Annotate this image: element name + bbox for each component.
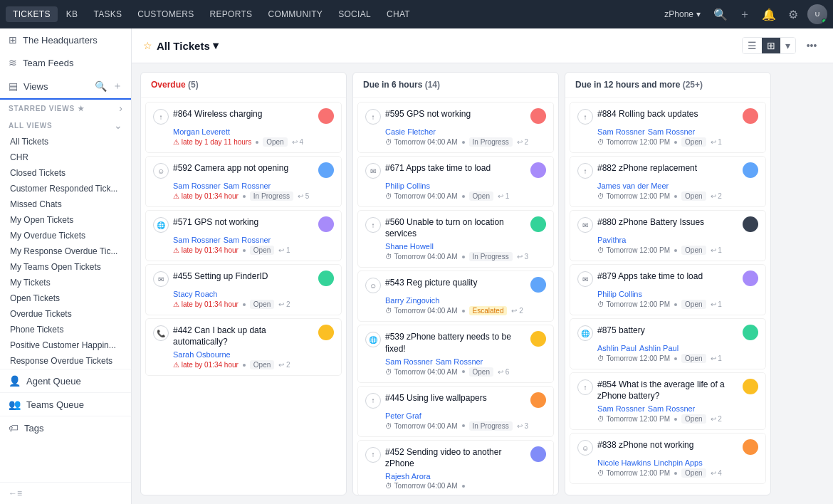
ticket-card-top: ↑ #882 zPhone replacement — [577, 162, 758, 179]
view-toggle-chevron[interactable]: ▾ — [780, 38, 795, 53]
agent-name[interactable]: Morgan Leverett — [173, 127, 230, 136]
search-icon[interactable]: 🔍 — [711, 4, 730, 24]
sidebar-view-link[interactable]: Overdue Tickets — [0, 306, 131, 322]
starred-views-chevron[interactable]: › — [119, 103, 122, 114]
favorite-star-icon[interactable]: ☆ — [143, 40, 152, 51]
agent-name[interactable]: Sam Rossner — [648, 404, 696, 413]
ticket-card[interactable]: ↑ #445 Using live wallpapers Peter Graf … — [357, 386, 554, 437]
sidebar-view-link[interactable]: Customer Responded Tick... — [0, 181, 131, 196]
all-views-toggle[interactable]: ⌄ — [114, 120, 122, 131]
sidebar-view-link[interactable]: My Overdue Tickets — [0, 228, 131, 243]
views-search-icon[interactable]: 🔍 — [95, 80, 107, 92]
sidebar-view-link[interactable]: Positive Customer Happin... — [0, 337, 131, 353]
sidebar-view-link[interactable]: My Open Tickets — [0, 212, 131, 228]
ticket-card[interactable]: ✉ #880 zPhone Battery Issues Pavithra ⏱ … — [570, 210, 766, 261]
agent-name[interactable]: Ashlin Paul — [597, 344, 636, 352]
agent-name[interactable]: Peter Graf — [385, 411, 421, 420]
agent-name[interactable]: Rajesh Arora — [385, 472, 431, 481]
agent-name[interactable]: Philip Collins — [385, 182, 430, 190]
add-icon[interactable]: ＋ — [735, 4, 755, 24]
ticket-card[interactable]: ↑ #560 Unable to turn on location servic… — [357, 210, 554, 268]
ticket-card[interactable]: ☺ #838 zPhone not working Nicole Hawkins… — [570, 433, 766, 484]
ticket-meta: ⏱ Tomorrow 12:00 PMOpen↩ 2 — [597, 414, 758, 424]
ticket-card[interactable]: 🌐 #875 battery Ashlin Paul Ashlin Paul ⏱… — [570, 318, 766, 369]
ticket-card[interactable]: ↑ #595 GPS not working Casie Fletcher ⏱ … — [357, 102, 554, 153]
nav-customers[interactable]: CUSTOMERS — [130, 6, 201, 22]
ticket-card[interactable]: 🌐 #539 zPhone battery needs to be fixed!… — [357, 325, 554, 382]
agent-name[interactable]: Sam Rossner — [597, 127, 645, 136]
nav-social[interactable]: SOCIAL — [331, 6, 378, 22]
dot-separator — [674, 357, 677, 360]
views-label[interactable]: Views — [23, 81, 89, 92]
sidebar-view-link[interactable]: My Tickets — [0, 275, 131, 290]
agent-name[interactable]: Sam Rossner — [173, 236, 221, 244]
ticket-card[interactable]: ↑ #854 What is the average life of a zPh… — [570, 372, 766, 430]
agent-name[interactable]: Sam Rossner — [648, 127, 696, 136]
sidebar-tags[interactable]: 🏷 Tags — [0, 416, 131, 439]
agent-name[interactable]: Sarah Osbourne — [173, 350, 231, 359]
ticket-card[interactable]: ✉ #455 Setting up FinderID Stacy Roach ⚠… — [145, 264, 342, 315]
sidebar-view-link[interactable]: All Tickets — [0, 134, 131, 149]
ticket-card-top: ↑ #864 Wireless charging — [153, 108, 334, 125]
page-title[interactable]: All Tickets ▾ — [157, 39, 219, 52]
agent-name[interactable]: Nicole Hawkins — [597, 458, 651, 467]
sidebar-view-link[interactable]: Missed Chats — [0, 196, 131, 212]
agent-name[interactable]: Linchpin Apps — [654, 458, 703, 467]
agent-name[interactable]: Sam Rossner — [597, 404, 645, 413]
tags-icon: 🏷 — [9, 422, 19, 434]
sidebar-view-link[interactable]: Phone Tickets — [0, 322, 131, 337]
zphone-selector[interactable]: zPhone ▾ — [659, 8, 706, 21]
sidebar-teams-queue[interactable]: 👥 Teams Queue — [0, 392, 131, 416]
nav-kb[interactable]: KB — [59, 6, 85, 22]
sidebar-view-link[interactable]: CHR — [0, 149, 131, 165]
ticket-card[interactable]: ✉ #879 Apps take time to load Philip Col… — [570, 264, 766, 315]
ticket-card-top: ☺ #592 Camera app not opening — [153, 162, 334, 179]
kanban-view-btn[interactable]: ⊞ — [762, 38, 780, 53]
nav-community[interactable]: COMMUNITY — [261, 6, 330, 22]
settings-icon[interactable]: ⚙ — [783, 4, 803, 24]
sidebar-agent-queue[interactable]: 👤 Agent Queue — [0, 369, 131, 392]
agent-name[interactable]: Ashlin Paul — [639, 344, 679, 352]
agent-name[interactable]: Sam Rossner — [436, 357, 483, 366]
nav-reports[interactable]: REPORTS — [203, 6, 260, 22]
agent-name[interactable]: Stacy Roach — [173, 290, 217, 298]
sidebar-view-link[interactable]: My Response Overdue Tic... — [0, 243, 131, 259]
agent-name[interactable]: Barry Zingovich — [385, 296, 439, 305]
ticket-card[interactable]: ↑ #864 Wireless charging Morgan Leverett… — [145, 102, 342, 153]
agent-name[interactable]: James van der Meer — [597, 182, 669, 190]
agent-name[interactable]: Sam Rossner — [224, 236, 271, 244]
sidebar-view-link[interactable]: Response Overdue Tickets — [0, 353, 131, 369]
ticket-card[interactable]: ✉ #671 Apps take time to load Philip Col… — [357, 156, 554, 207]
views-add-icon[interactable]: ＋ — [112, 80, 122, 93]
ticket-avatar — [530, 331, 546, 347]
sidebar-view-link[interactable]: Open Tickets — [0, 290, 131, 306]
collapse-button[interactable]: ←≡ — [0, 482, 131, 504]
list-view-btn[interactable]: ☰ — [743, 38, 762, 53]
agent-name[interactable]: Shane Howell — [385, 242, 434, 251]
agent-name[interactable]: Sam Rossner — [385, 357, 433, 366]
nav-chat[interactable]: CHAT — [379, 6, 417, 22]
agent-name[interactable]: Philip Collins — [597, 290, 642, 298]
ticket-card[interactable]: 🌐 #571 GPS not working Sam Rossner Sam R… — [145, 210, 342, 261]
ticket-count: ↩ 6 — [498, 368, 509, 376]
user-avatar[interactable]: U — [807, 4, 827, 24]
agent-name[interactable]: Sam Rossner — [173, 182, 221, 190]
ticket-card[interactable]: ↑ #882 zPhone replacement James van der … — [570, 156, 766, 207]
agent-name[interactable]: Casie Fletcher — [385, 127, 436, 136]
sidebar-view-link[interactable]: Closed Tickets — [0, 165, 131, 181]
agent-name[interactable]: Sam Rossner — [224, 182, 271, 190]
agent-name[interactable]: Pavithra — [597, 236, 626, 244]
ticket-card[interactable]: ↑ #452 Sending video to another zPhone R… — [357, 440, 554, 495]
sidebar-view-link[interactable]: My Teams Open Tickets — [0, 259, 131, 275]
ticket-title: #592 Camera app not opening — [173, 162, 314, 174]
sidebar-headquarters[interactable]: ⊞ The Headquarters — [0, 28, 131, 51]
notification-icon[interactable]: 🔔 — [759, 4, 779, 24]
ticket-card[interactable]: ☺ #592 Camera app not opening Sam Rossne… — [145, 156, 342, 207]
ticket-card[interactable]: ☺ #543 Reg picture quality Barry Zingovi… — [357, 271, 554, 322]
ticket-card[interactable]: 📞 #442 Can I back up data automatically?… — [145, 318, 342, 376]
nav-tickets[interactable]: TICKETS — [6, 6, 58, 22]
nav-tasks[interactable]: TASKS — [86, 6, 129, 22]
more-options-btn[interactable]: ••• — [802, 36, 822, 56]
ticket-card[interactable]: ↑ #884 Rolling back updates Sam Rossner … — [570, 102, 766, 153]
sidebar-teamfeeds[interactable]: ≋ Team Feeds — [0, 51, 131, 74]
